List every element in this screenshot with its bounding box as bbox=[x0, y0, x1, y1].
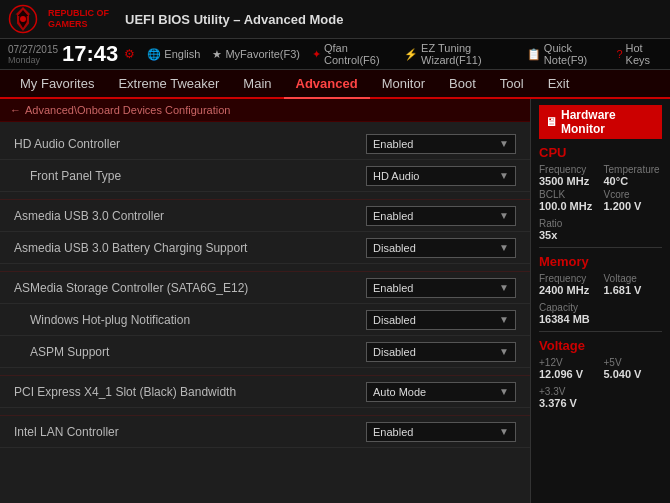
setting-asmedia-usb30-controller: Asmedia USB 3.0 Controller Enabled ▼ bbox=[0, 200, 530, 232]
divider-2 bbox=[539, 331, 662, 332]
cpu-stats: Frequency 3500 MHz Temperature 40°C BCLK… bbox=[539, 164, 662, 212]
main-layout: ← Advanced\Onboard Devices Configuration… bbox=[0, 99, 670, 503]
intel-lan-controller-label: Intel LAN Controller bbox=[14, 425, 366, 439]
cpu-temp-value: 40°C bbox=[604, 175, 663, 187]
chevron-down-icon: ▼ bbox=[499, 242, 509, 253]
hotkeys-icon: ? bbox=[616, 48, 622, 60]
breadcrumb[interactable]: ← Advanced\Onboard Devices Configuration bbox=[0, 99, 530, 122]
date-display: 07/27/2015 bbox=[8, 44, 58, 55]
memory-stats: Frequency 2400 MHz Voltage 1.681 V bbox=[539, 273, 662, 296]
nav-advanced[interactable]: Advanced bbox=[284, 70, 370, 99]
nav-main[interactable]: Main bbox=[231, 70, 283, 97]
logo-area: REPUBLIC OF GAMERS bbox=[8, 4, 109, 34]
cpu-freq-label: Frequency 3500 MHz bbox=[539, 164, 598, 187]
favorite-icon: ★ bbox=[212, 48, 222, 61]
setting-aspm-support: ASPM Support Disabled ▼ bbox=[0, 336, 530, 368]
settings-list: HD Audio Controller Enabled ▼ Front Pane… bbox=[0, 122, 530, 503]
windows-hotplug-label: Windows Hot-plug Notification bbox=[30, 313, 366, 327]
pcie-x4-bandwidth-dropdown[interactable]: Auto Mode ▼ bbox=[366, 382, 516, 402]
myfavorite-tool[interactable]: ★ MyFavorite(F3) bbox=[212, 48, 300, 61]
memory-section-title: Memory bbox=[539, 254, 662, 269]
chevron-down-icon: ▼ bbox=[499, 426, 509, 437]
v12-value: 12.096 V bbox=[539, 368, 598, 380]
chevron-down-icon: ▼ bbox=[499, 138, 509, 149]
svg-point-3 bbox=[20, 16, 26, 22]
setting-pcie-x4-bandwidth: PCI Express X4_1 Slot (Black) Bandwidth … bbox=[0, 376, 530, 408]
aspm-support-dropdown[interactable]: Disabled ▼ bbox=[366, 342, 516, 362]
day-display: Monday bbox=[8, 55, 58, 65]
bios-title: UEFI BIOS Utility – Advanced Mode bbox=[125, 12, 662, 27]
setting-hd-audio-controller: HD Audio Controller Enabled ▼ bbox=[0, 128, 530, 160]
right-panel: 🖥 Hardware Monitor CPU Frequency 3500 MH… bbox=[530, 99, 670, 503]
hardware-monitor-title: Hardware Monitor bbox=[561, 108, 656, 136]
v12-label: +12V 12.096 V bbox=[539, 357, 598, 380]
chevron-down-icon: ▼ bbox=[499, 346, 509, 357]
windows-hotplug-dropdown[interactable]: Disabled ▼ bbox=[366, 310, 516, 330]
cpu-vcore-value: 1.200 V bbox=[604, 200, 663, 212]
cpu-temp-label: Temperature 40°C bbox=[604, 164, 663, 187]
v33-row: +3.3V 3.376 V bbox=[539, 386, 662, 409]
mem-capacity-value: 16384 MB bbox=[539, 313, 662, 325]
asmedia-usb30-controller-label: Asmedia USB 3.0 Controller bbox=[14, 209, 366, 223]
nav-exit[interactable]: Exit bbox=[536, 70, 582, 97]
intel-lan-controller-dropdown[interactable]: Enabled ▼ bbox=[366, 422, 516, 442]
setting-windows-hotplug: Windows Hot-plug Notification Disabled ▼ bbox=[0, 304, 530, 336]
asmedia-storage-controller-dropdown[interactable]: Enabled ▼ bbox=[366, 278, 516, 298]
time-display: 17:43 bbox=[62, 41, 118, 67]
spacer-3 bbox=[0, 368, 530, 376]
content-area: ← Advanced\Onboard Devices Configuration… bbox=[0, 99, 530, 503]
setting-asmedia-storage-controller: ASMedia Storage Controller (SATA6G_E12) … bbox=[0, 272, 530, 304]
qfan-tool[interactable]: ✦ Qfan Control(F6) bbox=[312, 42, 392, 66]
front-panel-type-dropdown[interactable]: HD Audio ▼ bbox=[366, 166, 516, 186]
asmedia-usb30-controller-dropdown[interactable]: Enabled ▼ bbox=[366, 206, 516, 226]
cpu-vcore-label: Vcore 1.200 V bbox=[604, 189, 663, 212]
settings-time-icon[interactable]: ⚙ bbox=[124, 47, 135, 61]
mem-freq-label: Frequency 2400 MHz bbox=[539, 273, 598, 296]
cpu-ratio-row: Ratio 35x bbox=[539, 218, 662, 241]
nav-extreme-tweaker[interactable]: Extreme Tweaker bbox=[106, 70, 231, 97]
cpu-bclk-value: 100.0 MHz bbox=[539, 200, 598, 212]
v5-value: 5.040 V bbox=[604, 368, 663, 380]
rog-logo-icon bbox=[8, 4, 38, 34]
cpu-freq-value: 3500 MHz bbox=[539, 175, 598, 187]
top-bar: REPUBLIC OF GAMERS UEFI BIOS Utility – A… bbox=[0, 0, 670, 39]
ez-tuning-tool[interactable]: ⚡ EZ Tuning Wizard(F11) bbox=[404, 42, 515, 66]
front-panel-type-label: Front Panel Type bbox=[30, 169, 366, 183]
mem-voltage-label: Voltage 1.681 V bbox=[604, 273, 663, 296]
chevron-down-icon: ▼ bbox=[499, 210, 509, 221]
spacer-2 bbox=[0, 264, 530, 272]
chevron-down-icon: ▼ bbox=[499, 170, 509, 181]
ez-tuning-icon: ⚡ bbox=[404, 48, 418, 61]
spacer-1 bbox=[0, 192, 530, 200]
voltage-stats: +12V 12.096 V +5V 5.040 V bbox=[539, 357, 662, 380]
asmedia-usb30-battery-dropdown[interactable]: Disabled ▼ bbox=[366, 238, 516, 258]
pcie-x4-bandwidth-label: PCI Express X4_1 Slot (Black) Bandwidth bbox=[14, 385, 366, 399]
language-tool[interactable]: 🌐 English bbox=[147, 48, 200, 61]
v33-value: 3.376 V bbox=[539, 397, 662, 409]
language-icon: 🌐 bbox=[147, 48, 161, 61]
cpu-ratio-value: 35x bbox=[539, 229, 662, 241]
front-panel-type-value[interactable]: HD Audio ▼ bbox=[366, 166, 516, 186]
mem-capacity-row: Capacity 16384 MB bbox=[539, 302, 662, 325]
quick-note-tool[interactable]: 📋 Quick Note(F9) bbox=[527, 42, 605, 66]
monitor-icon: 🖥 bbox=[545, 115, 557, 129]
v5-label: +5V 5.040 V bbox=[604, 357, 663, 380]
breadcrumb-text: Advanced\Onboard Devices Configuration bbox=[25, 104, 230, 116]
hd-audio-controller-dropdown[interactable]: Enabled ▼ bbox=[366, 134, 516, 154]
nav-monitor[interactable]: Monitor bbox=[370, 70, 437, 97]
nav-bar: My Favorites Extreme Tweaker Main Advanc… bbox=[0, 70, 670, 99]
quick-note-icon: 📋 bbox=[527, 48, 541, 61]
cpu-section-title: CPU bbox=[539, 145, 662, 160]
nav-my-favorites[interactable]: My Favorites bbox=[8, 70, 106, 97]
time-row: 07/27/2015 Monday 17:43 ⚙ 🌐 English ★ My… bbox=[0, 39, 670, 70]
asmedia-storage-controller-label: ASMedia Storage Controller (SATA6G_E12) bbox=[14, 281, 366, 295]
hotkeys-tool[interactable]: ? Hot Keys bbox=[616, 42, 662, 66]
hd-audio-controller-value[interactable]: Enabled ▼ bbox=[366, 134, 516, 154]
hardware-monitor-header: 🖥 Hardware Monitor bbox=[539, 105, 662, 139]
cpu-bclk-label: BCLK 100.0 MHz bbox=[539, 189, 598, 212]
nav-boot[interactable]: Boot bbox=[437, 70, 488, 97]
chevron-down-icon: ▼ bbox=[499, 314, 509, 325]
asmedia-usb30-battery-label: Asmedia USB 3.0 Battery Charging Support bbox=[14, 241, 366, 255]
setting-asmedia-usb30-battery: Asmedia USB 3.0 Battery Charging Support… bbox=[0, 232, 530, 264]
nav-tool[interactable]: Tool bbox=[488, 70, 536, 97]
